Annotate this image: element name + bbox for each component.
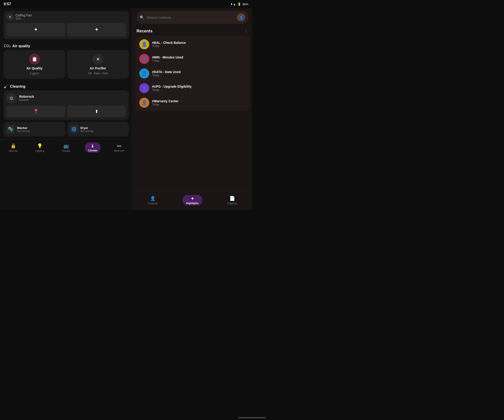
search-bar: 🔍 👤 <box>137 11 248 24</box>
roborock-buttons: 📍 ⬆ <box>6 105 126 117</box>
search-bar-wrap: 🔍 👤 <box>133 8 252 26</box>
air-quality-icon: 📋 <box>29 54 40 65</box>
contact-time-warranty: Today <box>152 103 179 106</box>
co2-icon: CO₂ <box>4 44 11 48</box>
nav-item-bedroom[interactable]: 🛏 Bedroom <box>106 141 132 154</box>
rnav-item-highlights[interactable]: ✦ Highlights <box>173 194 212 206</box>
air-quality-name: Air Quality <box>26 66 43 70</box>
air-purifier-name: Air Purifier <box>90 66 106 70</box>
main-split: ✕ Ceiling Fan 33% ✦ ✦ CO₂ Air quality 📋 <box>0 8 252 210</box>
recents-list: 👤 #BAL - Check Balance Today 👤 #MIN - Mi… <box>133 36 252 192</box>
search-input[interactable] <box>147 16 235 19</box>
contact-avatar-min: 👤 <box>139 54 149 64</box>
contact-avatar-warranty: 👤 <box>139 98 149 108</box>
lighting-icon: 💡 <box>37 143 43 149</box>
contact-time-data: Today <box>152 74 180 77</box>
status-icons: ▼▲ 🔋 96% <box>230 2 248 6</box>
battery-icon: 🔋 <box>237 2 241 6</box>
fan-device-icon: ✕ <box>6 13 14 21</box>
recents-title: Recents <box>137 29 152 34</box>
right-panel: 🔍 👤 Recents ⋮ 👤 #BAL - Check Balance Tod… <box>133 8 252 210</box>
roborock-row: ⊙ Roborock Docked <box>6 93 126 103</box>
nav-label-bedroom: Bedroom <box>114 149 124 152</box>
roborock-card: ⊙ Roborock Docked 📍 ⬆ <box>4 90 129 120</box>
fan-header: ✕ Ceiling Fan 33% <box>6 13 126 21</box>
recents-header: Recents ⋮ <box>133 26 252 36</box>
contact-time-min: Today <box>152 59 183 62</box>
nav-item-theater[interactable]: 📺 Theater <box>53 141 79 154</box>
roborock-info: Roborock Docked <box>19 95 34 102</box>
nav-label-theater: Theater <box>62 150 71 152</box>
nav-item-lighting[interactable]: 💡 Lighting <box>26 141 53 154</box>
battery-percent: 96% <box>242 2 248 6</box>
security-icon: 🔒 <box>11 143 16 149</box>
washer-card[interactable]: 🫧 Washer Not running <box>4 122 65 137</box>
recents-card: 👤 #BAL - Check Balance Today 👤 #MIN - Mi… <box>136 36 249 111</box>
bottom-nav-right: 👤 Contacts ✦ Highlights 📄 Organize <box>133 192 252 210</box>
rnav-label-organize: Organize <box>227 202 237 205</box>
washer-icon: 🫧 <box>6 125 15 133</box>
contact-item-upg[interactable]: 👤 #UPG - Upgrade Eligibility Today <box>138 81 247 96</box>
fan-speed-low-button[interactable]: ✦ <box>6 23 65 36</box>
roborock-name: Roborock <box>19 95 34 98</box>
dryer-name: Dryer <box>80 126 93 130</box>
washer-status: Not running <box>17 130 30 132</box>
fan-speed-high-button[interactable]: ✦ <box>67 23 126 36</box>
nav-item-security[interactable]: 🔒 Security <box>0 141 26 154</box>
contact-item-min[interactable]: 👤 #MIN - Minutes Used Today <box>138 52 247 66</box>
search-icon: 🔍 <box>140 15 144 20</box>
highlights-icon: ✦ <box>191 196 194 201</box>
air-purifier-icon: ✕ <box>92 54 103 65</box>
nav-label-lighting: Lighting <box>35 150 44 152</box>
air-purifier-card[interactable]: ✕ Air Purifier Off · Filter - 63% <box>67 50 129 79</box>
dryer-card[interactable]: 🌀 Dryer Not running <box>67 122 129 137</box>
air-quality-header: CO₂ Air quality <box>0 41 132 50</box>
climate-icon: 🌡 <box>90 143 95 149</box>
contact-item-bal[interactable]: 👤 #BAL - Check Balance Today <box>138 37 247 52</box>
wifi-icon: ▼▲ <box>230 2 236 6</box>
roborock-location-button[interactable]: 📍 <box>6 105 65 117</box>
cleaning-header: 🧹 Cleaning <box>0 82 132 90</box>
contact-item-warranty[interactable]: 👤 #Warranty Center Today <box>138 96 247 110</box>
bedroom-icon: 🛏 <box>117 143 121 148</box>
dryer-status: Not running <box>80 130 93 132</box>
rnav-label-contacts: Contacts <box>148 202 157 205</box>
fan-card: ✕ Ceiling Fan 33% ✦ ✦ <box>4 11 129 39</box>
contact-item-data[interactable]: 👤 #DATA - Data Used Today <box>138 66 247 81</box>
contact-avatar-upg: 👤 <box>139 83 149 93</box>
fan-buttons: ✦ ✦ <box>6 23 126 36</box>
dryer-icon: 🌀 <box>70 125 78 133</box>
air-quality-label: Air quality <box>12 44 30 48</box>
bottom-nav-left: 🔒 Security 💡 Lighting 📺 Theater 🌡 Climat… <box>0 139 132 157</box>
rnav-item-organize[interactable]: 📄 Organize <box>212 194 252 206</box>
roborock-icon: ⊙ <box>6 93 16 103</box>
user-avatar[interactable]: 👤 <box>237 13 245 21</box>
fan-section: ✕ Ceiling Fan 33% ✦ ✦ <box>0 8 132 41</box>
contact-name-bal: #BAL - Check Balance <box>152 41 186 44</box>
nav-item-climate[interactable]: 🌡 Climate <box>79 141 106 154</box>
air-quality-card[interactable]: 📋 Air Quality 2 μg/m³ <box>4 50 65 79</box>
status-bar: 9:57 ▼▲ 🔋 96% <box>0 0 252 8</box>
contact-time-bal: Today <box>152 44 186 48</box>
status-time: 9:57 <box>4 2 11 6</box>
contact-name-min: #MIN - Minutes Used <box>152 55 183 59</box>
rnav-item-contacts[interactable]: 👤 Contacts <box>133 194 173 206</box>
air-quality-grid: 📋 Air Quality 2 μg/m³ ✕ Air Purifier Off… <box>0 50 132 82</box>
roborock-send-button[interactable]: ⬆ <box>67 105 126 117</box>
more-options-button[interactable]: ⋮ <box>244 28 248 34</box>
air-purifier-status: Off · Filter - 63% <box>88 72 108 75</box>
nav-label-security: Security <box>9 150 18 152</box>
contact-avatar-data: 👤 <box>139 68 149 78</box>
cleaning-section: ⊙ Roborock Docked 📍 ⬆ 🫧 Washer Not ru <box>0 90 132 139</box>
organize-icon: 📄 <box>229 196 235 201</box>
roborock-status: Docked <box>19 98 34 102</box>
fan-title: Ceiling Fan <box>16 13 32 17</box>
contact-name-data: #DATA - Data Used <box>152 70 180 74</box>
left-panel: ✕ Ceiling Fan 33% ✦ ✦ CO₂ Air quality 📋 <box>0 8 132 210</box>
theater-icon: 📺 <box>63 143 69 149</box>
air-quality-value: 2 μg/m³ <box>30 72 39 75</box>
contact-name-upg: #UPG - Upgrade Eligibility <box>152 85 192 88</box>
contact-name-warranty: #Warranty Center <box>152 99 179 103</box>
contacts-icon: 👤 <box>150 196 156 201</box>
washer-name: Washer <box>17 126 30 130</box>
